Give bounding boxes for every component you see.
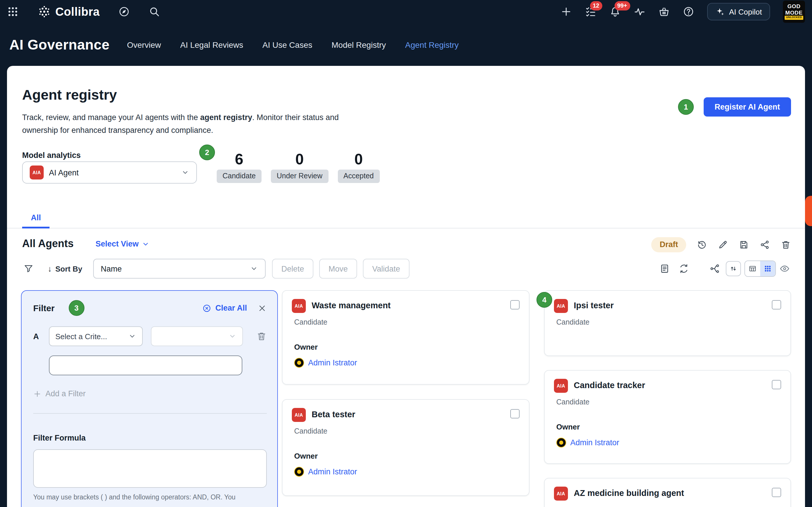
close-filter-panel-button[interactable]: [257, 303, 267, 313]
clear-all-filters-button[interactable]: Clear All: [202, 303, 247, 313]
save-view-icon[interactable]: [739, 239, 749, 250]
step-badge-1: 1: [678, 99, 694, 115]
agent-title[interactable]: Candidate tracker: [574, 381, 645, 390]
apps-grid-icon[interactable]: [7, 6, 19, 17]
remove-filter-row-trash-icon[interactable]: [256, 331, 267, 341]
tab-all[interactable]: All: [22, 208, 50, 228]
agent-title[interactable]: AZ medicine building agent: [574, 488, 684, 498]
app-window: Collibra 12 99+ AI Copilot GOD: [0, 0, 812, 507]
close-icon: [257, 303, 267, 313]
tab-overview[interactable]: Overview: [127, 40, 161, 49]
sparkle-icon: [715, 7, 724, 16]
owner-link[interactable]: Admin Istrator: [308, 358, 357, 367]
filter-funnel-icon[interactable]: [23, 264, 34, 274]
filter-formula-help-text: You may use brackets ( ) and the followi…: [33, 494, 267, 501]
stat-candidate[interactable]: 6 Candidate: [217, 151, 261, 183]
filter-panel: Filter 3 Clear All A Select a Crite...: [21, 290, 278, 507]
page-title: Agent registry: [22, 87, 117, 103]
agent-card: AIA AZ medicine building agent: [544, 478, 791, 507]
sort-by-control[interactable]: ↓ Sort By: [48, 259, 82, 279]
delete-button[interactable]: Delete: [272, 259, 313, 279]
agent-title[interactable]: Beta tester: [312, 410, 355, 419]
move-button[interactable]: Move: [319, 259, 357, 279]
sort-field-select[interactable]: Name: [93, 259, 266, 279]
owner-link[interactable]: Admin Istrator: [308, 467, 357, 476]
collibra-logo[interactable]: Collibra: [37, 5, 100, 19]
select-view-dropdown[interactable]: Select View: [96, 239, 150, 248]
aia-asset-icon: AIA: [292, 408, 306, 422]
tasks-menu[interactable]: 12: [584, 6, 596, 17]
validate-button[interactable]: Validate: [363, 259, 410, 279]
clear-all-label: Clear All: [215, 303, 247, 313]
stat-accepted-label[interactable]: Accepted: [337, 169, 379, 183]
agent-title[interactable]: Ipsi tester: [574, 301, 614, 310]
agent-checkbox[interactable]: [772, 300, 781, 309]
agent-checkbox[interactable]: [772, 488, 781, 497]
notifications-menu[interactable]: 99+: [609, 6, 621, 17]
data-basket-icon[interactable]: [658, 6, 670, 17]
chevron-down-icon: [228, 332, 237, 340]
card-view-button[interactable]: [760, 261, 775, 276]
history-icon[interactable]: [697, 239, 707, 250]
edit-pencil-icon[interactable]: [717, 239, 728, 250]
tab-ai-use-cases[interactable]: AI Use Cases: [262, 40, 312, 49]
agent-status: Candidate: [556, 398, 781, 406]
agent-checkbox[interactable]: [772, 380, 781, 389]
agent-card: AIA Ipsi tester Candidate: [544, 290, 791, 356]
table-view-button[interactable]: [745, 261, 760, 276]
god-mode-text-3: UNLOCKED: [785, 16, 803, 20]
chevron-down-icon: [181, 168, 189, 177]
filter-operator-select[interactable]: [151, 326, 243, 346]
view-tabs-bar: All: [7, 208, 805, 228]
sort-direction-arrow-icon: ↓: [48, 264, 52, 273]
tab-model-registry[interactable]: Model Registry: [331, 40, 386, 49]
report-list-icon[interactable]: [660, 264, 670, 274]
description-bold: agent registry: [200, 113, 252, 122]
stat-candidate-label[interactable]: Candidate: [217, 169, 261, 183]
chevron-down-icon: [141, 240, 150, 248]
divider: [33, 413, 267, 414]
owner-label: Owner: [294, 452, 519, 460]
lineage-diagram-icon[interactable]: [709, 264, 720, 274]
stat-under-review[interactable]: 0 Under Review: [271, 151, 328, 183]
share-icon[interactable]: [760, 239, 770, 250]
list-header: All Agents Select View Draft: [7, 235, 805, 255]
ai-copilot-button[interactable]: AI Copilot: [707, 3, 770, 20]
register-ai-agent-button[interactable]: Register AI Agent: [703, 97, 791, 117]
filter-criteria-select[interactable]: Select a Crite...: [49, 326, 143, 346]
agent-checkbox[interactable]: [510, 300, 519, 309]
asset-type-select[interactable]: AIA AI Agent: [22, 161, 197, 183]
app-section-title: AI Governance: [9, 37, 110, 53]
aia-asset-icon: AIA: [30, 166, 44, 179]
owner-link[interactable]: Admin Istrator: [570, 438, 619, 447]
tab-agent-registry[interactable]: Agent Registry: [405, 40, 459, 49]
chevron-down-icon: [250, 265, 258, 273]
trash-icon: [256, 331, 267, 341]
stat-candidate-value: 6: [235, 151, 244, 168]
owner-label: Owner: [294, 343, 519, 351]
stat-under-review-value: 0: [295, 151, 304, 168]
stat-accepted[interactable]: 0 Accepted: [337, 151, 379, 183]
agent-title[interactable]: Waste management: [312, 301, 390, 310]
sort-order-toggle[interactable]: [726, 261, 741, 276]
filter-panel-title: Filter: [33, 303, 55, 313]
top-navigation-bar: Collibra 12 99+ AI Copilot GOD: [0, 0, 812, 23]
add-filter-button[interactable]: Add a Filter: [33, 389, 86, 398]
filter-value-input[interactable]: [49, 355, 242, 375]
delete-view-trash-icon[interactable]: [780, 239, 791, 250]
activity-pulse-icon[interactable]: [633, 6, 645, 17]
explore-compass-icon[interactable]: [118, 6, 130, 17]
agent-checkbox[interactable]: [510, 409, 519, 418]
god-mode-logo: GOD MODE UNLOCKED: [783, 1, 805, 23]
aia-asset-icon: AIA: [292, 299, 306, 313]
refresh-icon[interactable]: [679, 264, 689, 274]
stat-under-review-label[interactable]: Under Review: [271, 169, 328, 183]
search-icon[interactable]: [148, 6, 160, 17]
tab-ai-legal-reviews[interactable]: AI Legal Reviews: [180, 40, 243, 49]
visibility-eye-icon[interactable]: [779, 264, 790, 274]
page-description: Track, review, and manage your AI agents…: [22, 111, 339, 136]
add-icon[interactable]: [560, 6, 572, 17]
help-icon[interactable]: [682, 6, 694, 17]
card-grid-view-icon: [764, 265, 772, 273]
filter-formula-textarea[interactable]: [33, 449, 267, 488]
